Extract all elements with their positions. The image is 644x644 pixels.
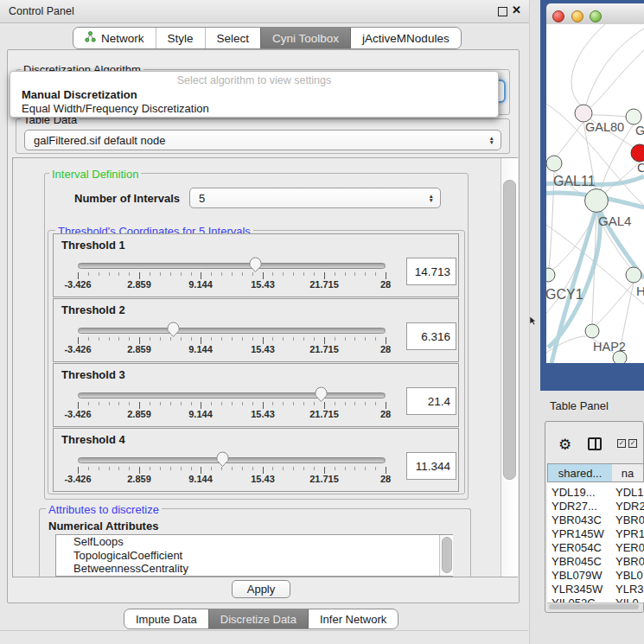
threshold-1-slider-thumb[interactable]	[249, 257, 262, 273]
threshold-2-panel: Threshold 2 -3.426 2.859 9.144 15.43 21.…	[53, 298, 459, 362]
tick-label: -3.426	[64, 409, 91, 419]
tick-label: -3.426	[64, 279, 91, 290]
threshold-4-value-field[interactable]: 11.344	[406, 452, 456, 480]
table-row[interactable]: YLR345WYLR3	[547, 583, 644, 596]
gear-icon[interactable]: ⚙	[558, 436, 571, 453]
tab-cyni-toolbox[interactable]: Cyni Toolbox	[260, 28, 350, 48]
table-row[interactable]: YER054CYER0	[547, 541, 644, 555]
node-label-gcy1: GCY1	[546, 287, 583, 302]
network-canvas[interactable]: GAL80 G. C GAL11 GAL4 GCY1 H HAP2	[546, 24, 644, 363]
slider-major-ticks	[78, 402, 387, 409]
threshold-2-slider-thumb[interactable]	[167, 322, 180, 338]
apply-button[interactable]: Apply	[232, 580, 290, 598]
popup-option-manual[interactable]: Manual Discretization	[10, 88, 498, 102]
list-item[interactable]: SelfLoops	[56, 535, 452, 549]
tick-label: 2.859	[127, 474, 151, 484]
tab-style[interactable]: Style	[156, 28, 205, 48]
window-title: Control Panel	[9, 5, 74, 17]
threshold-3-slider-thumb[interactable]	[315, 386, 328, 403]
node-g[interactable]	[626, 109, 641, 124]
float-window-icon[interactable]	[498, 7, 507, 16]
list-item[interactable]: BetweennessCentrality	[56, 562, 452, 576]
table-row[interactable]: YDL19...YDL1	[547, 486, 644, 500]
checkbox-icon: ✓	[628, 439, 637, 448]
threshold-1-value-field[interactable]: 14.713	[406, 258, 456, 285]
tick-label: 2.859	[127, 344, 151, 354]
select-columns-icons[interactable]: ✓ ✓	[617, 439, 640, 450]
tab-network[interactable]: Network	[73, 28, 156, 48]
table-row[interactable]: YIL052CYIL0	[547, 596, 644, 603]
node-gal4[interactable]	[585, 189, 609, 213]
numerical-attributes-label: Numerical Attributes	[48, 520, 158, 532]
table-row[interactable]: YDR27...YDR2	[547, 500, 644, 513]
tick-label: 9.144	[188, 279, 213, 290]
tab-discretize-data-label: Discretize Data	[220, 613, 296, 626]
column-header-name[interactable]: na	[612, 463, 644, 482]
threshold-2-value-field[interactable]: 6.316	[406, 322, 456, 350]
tick-label: 28	[380, 474, 391, 484]
attributes-list-scrollbar-thumb[interactable]	[442, 537, 452, 573]
vertical-scrollbar-thumb[interactable]	[503, 180, 516, 480]
tab-infer-network[interactable]: Infer Network	[308, 609, 398, 628]
table-row[interactable]: YBL079WYBL0	[547, 569, 644, 583]
slider-major-ticks	[78, 272, 387, 279]
threshold-2-slider[interactable]	[78, 328, 386, 334]
node-gal80[interactable]	[575, 105, 592, 122]
tick-label: 21.715	[309, 344, 339, 354]
control-panel-window: Control Panel ✕ Network Style Select	[0, 0, 530, 644]
threshold-1-label: Threshold 1	[61, 239, 125, 252]
network-window-titlebar	[546, 3, 644, 25]
node-red-selected[interactable]	[631, 144, 644, 162]
table-data-combobox[interactable]: galFiltered.sif default node ▲▼	[24, 130, 501, 150]
popup-option-equal-width[interactable]: Equal Width/Frequency Discretization	[10, 102, 498, 116]
number-of-intervals-combobox[interactable]: 5 ▲▼	[189, 188, 441, 208]
close-icon[interactable]: ✕	[512, 3, 521, 16]
table-row[interactable]: YBR045CYBR0	[547, 555, 644, 569]
tab-discretize-data[interactable]: Discretize Data	[208, 609, 308, 628]
number-of-intervals-label: Number of Intervals	[74, 192, 180, 205]
table-row[interactable]: YPR145WYPR1	[547, 527, 644, 541]
tab-select[interactable]: Select	[205, 28, 261, 48]
table-horizontal-scrollbar-thumb[interactable]	[549, 604, 639, 609]
tick-label: -3.426	[64, 344, 91, 354]
node-label-gal4: GAL4	[598, 214, 631, 228]
tick-label: 21.715	[309, 409, 339, 419]
column-header-shared-name[interactable]: shared...	[547, 463, 613, 482]
table-row[interactable]: YBR043CYBR0	[547, 513, 644, 527]
tab-network-label: Network	[101, 32, 144, 45]
tick-label: 15.43	[251, 344, 275, 354]
mouse-cursor	[530, 316, 537, 326]
node-label-g: G.	[635, 124, 644, 137]
combo-stepper-icon: ▲▼	[429, 194, 440, 203]
node-gal11[interactable]	[546, 156, 562, 171]
threshold-1-slider[interactable]	[78, 263, 386, 269]
threshold-3-value-field[interactable]: 21.4	[406, 387, 456, 415]
number-of-intervals-value: 5	[199, 192, 205, 205]
attributes-group-label: Attributes to discretize	[46, 503, 162, 516]
numerical-attributes-list[interactable]: SelfLoops TopologicalCoefficient Between…	[55, 534, 453, 577]
minimize-traffic-light-icon[interactable]	[571, 10, 583, 22]
tick-label: 15.43	[251, 409, 275, 419]
tick-label: 2.859	[127, 409, 151, 419]
checkbox-icon: ✓	[617, 439, 626, 448]
tab-impute-data[interactable]: Impute Data	[124, 609, 208, 628]
list-item[interactable]: TopologicalCoefficient	[56, 549, 452, 563]
node-h[interactable]	[626, 267, 641, 283]
apply-button-label: Apply	[247, 583, 276, 596]
node-hap2[interactable]	[585, 324, 599, 338]
threshold-3-panel: Threshold 3 -3.426 2.859 9.144 15.43 21.…	[53, 363, 459, 427]
threshold-4-slider[interactable]	[78, 457, 386, 463]
threshold-3-slider[interactable]	[78, 392, 386, 399]
tab-impute-data-label: Impute Data	[136, 613, 197, 626]
table-horizontal-scrollbar[interactable]	[547, 603, 643, 611]
node-table-body[interactable]: YDL19...YDL1 YDR27...YDR2 YBR043CYBR0 YP…	[547, 482, 644, 603]
threshold-4-slider-thumb[interactable]	[216, 451, 229, 468]
zoom-traffic-light-icon[interactable]	[590, 10, 602, 22]
column-layout-icon[interactable]	[588, 437, 602, 450]
node-gcy1[interactable]	[546, 268, 555, 282]
cyni-bottom-tabs: Impute Data Discretize Data Infer Networ…	[124, 609, 399, 629]
attributes-list-scrollbar[interactable]	[439, 535, 453, 576]
tab-jactivemnodules[interactable]: jActiveMNodules	[350, 28, 461, 48]
close-traffic-light-icon[interactable]	[552, 10, 564, 22]
vertical-scrollbar[interactable]	[501, 158, 518, 577]
